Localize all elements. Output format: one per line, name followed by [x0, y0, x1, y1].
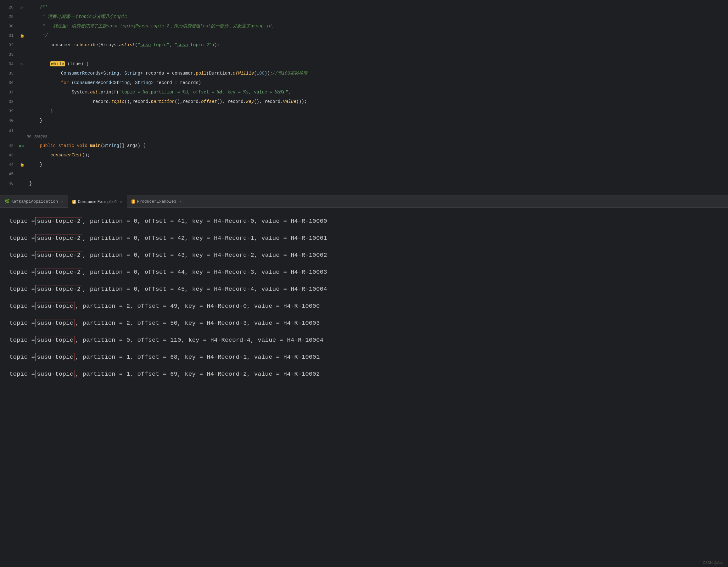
code-line-42: 42 ▶ ▷ public static void main(String[] …	[0, 141, 728, 150]
code-line-36: 36 for (ConsumerRecord<String, String> r…	[0, 78, 728, 87]
console-line-9: topic = susu-topic , partition = 1, offs…	[9, 370, 719, 386]
fold-icon: ▷	[21, 5, 23, 10]
no-usages-label: no usages	[0, 134, 47, 139]
tab-consumer-example[interactable]: J ConsumerExample1 ✕	[68, 195, 127, 208]
console-line-0: topic = susu-topic-2 , partition = 0, of…	[9, 217, 719, 233]
lock-icon: 🔒	[20, 33, 25, 38]
code-line-34: 34 ▷ while (true) {	[0, 59, 728, 69]
console-line-7: topic = susu-topic , partition = 0, offs…	[9, 336, 719, 352]
code-line-41: 41 no usages	[0, 125, 728, 141]
code-line-44: 44 🔒 }	[0, 160, 728, 169]
tab-icon-java-consumer: J	[72, 200, 76, 204]
console-area: topic = susu-topic-2 , partition = 0, of…	[0, 208, 728, 567]
tab-kafka-api[interactable]: 🌿 KafkaApiApplication ✕	[0, 195, 68, 208]
console-line-1: topic = susu-topic-2 , partition = 0, of…	[9, 234, 719, 250]
console-line-2: topic = susu-topic-2 , partition = 0, of…	[9, 251, 719, 267]
tab-producer-example[interactable]: J ProducerExample3 ✕	[127, 195, 186, 208]
fold-icon-2: ▷	[21, 61, 23, 67]
code-line-45: 45	[0, 169, 728, 179]
code-line-37: 37 System.out.printf("topic = %s,partiti…	[0, 87, 728, 97]
tab-label-consumer: ConsumerExample1	[78, 199, 117, 204]
editor-area: 28 ▷ /** 29 * 消费订阅哪一个topic或者哪几个topic 30 …	[0, 0, 728, 195]
watermark: CSDN @Aas-	[703, 561, 724, 564]
code-line-39: 39 }	[0, 106, 728, 116]
tab-icon-java-producer: J	[132, 199, 135, 204]
tab-bar: 🌿 KafkaApiApplication ✕ J ConsumerExampl…	[0, 195, 728, 208]
code-line-30: 30 * 我这里: 消费者订阅了主题susu-topic和susu-topic-…	[0, 21, 728, 31]
code-line-32: 32 consumer.subscribe(Arrays.asList("sus…	[0, 40, 728, 50]
tab-label-producer: ProducerExample3	[137, 199, 176, 204]
tab-icon-spring: 🌿	[4, 199, 9, 204]
code-line-31: 31 🔒 */	[0, 31, 728, 40]
code-line-46: 46 }	[0, 179, 728, 188]
lock-icon-2: 🔒	[20, 162, 25, 167]
fold-icon-3: ▷	[23, 143, 25, 148]
code-line-29: 29 * 消费订阅哪一个topic或者哪几个topic	[0, 12, 728, 21]
console-line-3: topic = susu-topic-2 , partition = 0, of…	[9, 268, 719, 284]
tab-label-kafka: KafkaApiApplication	[11, 199, 58, 204]
code-lines: 28 ▷ /** 29 * 消费订阅哪一个topic或者哪几个topic 30 …	[0, 0, 728, 191]
run-icon[interactable]: ▶	[19, 143, 22, 149]
code-line-38: 38 record.topic(),record.partition(),rec…	[0, 97, 728, 106]
code-line-43: 43 consumerTest();	[0, 150, 728, 160]
tab-close-kafka[interactable]: ✕	[61, 199, 63, 204]
console-line-8: topic = susu-topic , partition = 1, offs…	[9, 353, 719, 369]
tab-close-producer[interactable]: ✕	[179, 199, 182, 204]
code-line-28: 28 ▷ /**	[0, 3, 728, 12]
code-line-33: 33	[0, 50, 728, 59]
tab-close-consumer[interactable]: ✕	[120, 200, 122, 204]
console-line-6: topic = susu-topic , partition = 2, offs…	[9, 319, 719, 335]
console-line-4: topic = susu-topic-2 , partition = 0, of…	[9, 285, 719, 301]
console-line-5: topic = susu-topic , partition = 2, offs…	[9, 302, 719, 318]
code-line-35: 35 ConsumerRecords<String, String> recor…	[0, 69, 728, 78]
code-line-40: 40 }	[0, 116, 728, 125]
